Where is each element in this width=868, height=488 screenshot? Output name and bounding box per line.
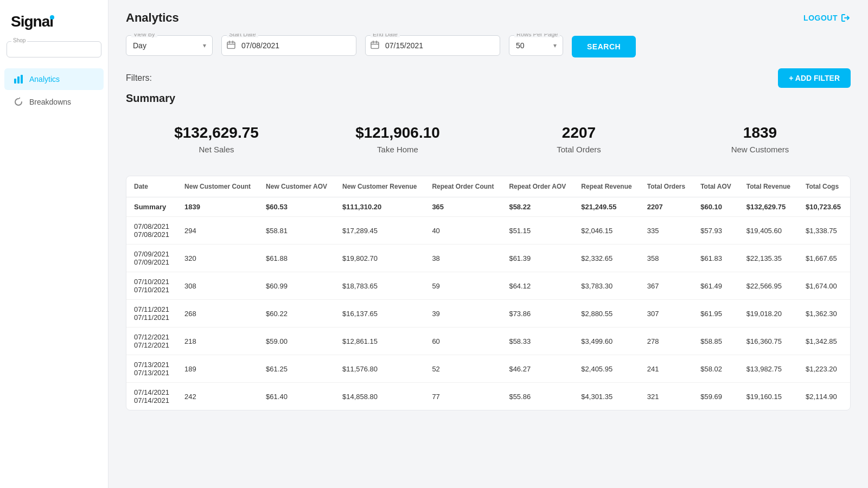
cell-new-customer-count: 1839 bbox=[177, 197, 258, 217]
cell-total-cogs: $1,338.75 bbox=[798, 217, 848, 245]
end-date-label: End Date bbox=[371, 34, 400, 37]
cell-date: 07/10/202107/10/2021 bbox=[126, 272, 177, 300]
logout-label: LOGOUT bbox=[803, 14, 838, 22]
start-date-input[interactable] bbox=[221, 35, 356, 56]
cell-repeat-order-aov: $58.33 bbox=[501, 328, 573, 355]
cell-repeat-order-aov: $51.15 bbox=[501, 217, 573, 245]
table-row: 07/12/202107/12/2021218$59.00$12,861.156… bbox=[126, 328, 851, 355]
content-area: View By Day Week Month Start Date bbox=[108, 34, 868, 488]
cell-total-cogs: $2,114.90 bbox=[798, 383, 848, 410]
search-button[interactable]: SEARCH bbox=[572, 36, 636, 57]
cell-total-cogs: $10,723.65 bbox=[798, 197, 848, 217]
cell-repeat-order-count: 59 bbox=[424, 272, 501, 300]
data-table: Date New Customer Count New Customer AOV… bbox=[126, 176, 851, 410]
col-new-customer-revenue: New Customer Revenue bbox=[335, 176, 424, 197]
cell-new-customer-revenue: $14,858.80 bbox=[335, 383, 424, 410]
cell-total-aov: $61.49 bbox=[693, 272, 739, 300]
cell-new-customer-revenue: $19,802.70 bbox=[335, 245, 424, 272]
start-date-wrapper bbox=[221, 35, 356, 56]
cell-total-orders: 358 bbox=[640, 245, 693, 272]
cell-total-revenue: $16,360.75 bbox=[739, 328, 798, 355]
cell-total-aov: $58.85 bbox=[693, 328, 739, 355]
cell-total-cogs: $1,342.85 bbox=[798, 328, 848, 355]
cell-new-customer-aov: $60.22 bbox=[258, 300, 335, 328]
cell-total-revenue: $13,982.75 bbox=[739, 355, 798, 383]
view-by-select[interactable]: Day Week Month bbox=[126, 35, 213, 56]
cell-take-home-net-revenue: $20,892.95 bbox=[848, 272, 851, 300]
cell-repeat-order-aov: $58.22 bbox=[501, 197, 573, 217]
cell-take-home-net-revenue: $121,906.10 bbox=[848, 197, 851, 217]
cell-total-revenue: $132,629.75 bbox=[739, 197, 798, 217]
cell-new-customer-aov: $61.88 bbox=[258, 245, 335, 272]
svg-rect-0 bbox=[14, 79, 16, 84]
cell-total-aov: $57.93 bbox=[693, 217, 739, 245]
cell-repeat-revenue: $2,332.65 bbox=[573, 245, 639, 272]
sidebar: Signal Shop Analytics Brea bbox=[0, 0, 108, 488]
cell-total-orders: 335 bbox=[640, 217, 693, 245]
cell-repeat-order-count: 52 bbox=[424, 355, 501, 383]
cell-repeat-order-aov: $55.86 bbox=[501, 383, 573, 410]
col-new-customer-aov: New Customer AOV bbox=[258, 176, 335, 197]
cell-total-cogs: $1,667.65 bbox=[798, 245, 848, 272]
end-date-input[interactable] bbox=[365, 35, 500, 56]
cell-take-home-net-revenue: $20,467.70 bbox=[848, 245, 851, 272]
total-orders-label: Total Orders bbox=[493, 145, 665, 154]
cell-total-aov: $61.95 bbox=[693, 300, 739, 328]
cell-total-orders: 2207 bbox=[640, 197, 693, 217]
end-date-wrapper bbox=[365, 35, 500, 56]
cell-repeat-revenue: $2,880.55 bbox=[573, 300, 639, 328]
col-total-revenue: Total Revenue bbox=[739, 176, 798, 197]
cell-new-customer-count: 189 bbox=[177, 355, 258, 383]
cell-total-cogs: $1,674.00 bbox=[798, 272, 848, 300]
cell-date: Summary bbox=[126, 197, 177, 217]
main-content: Analytics LOGOUT View By Day Week Month bbox=[108, 0, 868, 488]
shop-label: Shop bbox=[11, 37, 27, 43]
col-total-cogs: Total Cogs bbox=[798, 176, 848, 197]
svg-rect-4 bbox=[371, 42, 379, 49]
table-row: 07/11/202107/11/2021268$60.22$16,137.653… bbox=[126, 300, 851, 328]
logo-area: Signal bbox=[0, 0, 108, 41]
col-repeat-order-count: Repeat Order Count bbox=[424, 176, 501, 197]
cell-repeat-revenue: $2,046.15 bbox=[573, 217, 639, 245]
analytics-table: Date New Customer Count New Customer AOV… bbox=[126, 176, 851, 410]
cell-new-customer-count: 218 bbox=[177, 328, 258, 355]
cell-repeat-order-aov: $61.39 bbox=[501, 245, 573, 272]
cell-new-customer-count: 268 bbox=[177, 300, 258, 328]
start-date-label: Start Date bbox=[227, 34, 258, 37]
cell-total-revenue: $19,160.15 bbox=[739, 383, 798, 410]
col-repeat-revenue: Repeat Revenue bbox=[573, 176, 639, 197]
cell-total-revenue: $19,405.60 bbox=[739, 217, 798, 245]
cell-new-customer-count: 320 bbox=[177, 245, 258, 272]
cell-date: 07/14/202107/14/2021 bbox=[126, 383, 177, 410]
table-body: Summary1839$60.53$111,310.20365$58.22$21… bbox=[126, 197, 851, 410]
sidebar-item-breakdowns[interactable]: Breakdowns bbox=[4, 91, 104, 113]
cell-take-home-net-revenue: $15,017.90 bbox=[848, 328, 851, 355]
sidebar-item-analytics[interactable]: Analytics bbox=[4, 68, 104, 90]
rows-per-page-group: Rows Per Page 10 25 50 100 bbox=[509, 35, 563, 56]
cell-repeat-revenue: $3,499.60 bbox=[573, 328, 639, 355]
net-sales-label: Net Sales bbox=[130, 145, 303, 154]
summary-card-take-home: $121,906.10 Take Home bbox=[307, 115, 488, 163]
cell-repeat-order-count: 38 bbox=[424, 245, 501, 272]
logout-button[interactable]: LOGOUT bbox=[803, 13, 851, 23]
rows-per-page-select[interactable]: 10 25 50 100 bbox=[509, 35, 563, 56]
table-row: 07/10/202107/10/2021308$60.99$18,783.655… bbox=[126, 272, 851, 300]
add-filter-button[interactable]: + ADD FILTER bbox=[778, 68, 851, 88]
cell-total-aov: $58.02 bbox=[693, 355, 739, 383]
start-date-group: Start Date bbox=[221, 35, 356, 56]
end-date-group: End Date bbox=[365, 35, 500, 56]
cell-total-cogs: $1,223.20 bbox=[798, 355, 848, 383]
cell-repeat-revenue: $3,783.30 bbox=[573, 272, 639, 300]
cell-repeat-revenue: $4,301.35 bbox=[573, 383, 639, 410]
table-header: Date New Customer Count New Customer AOV… bbox=[126, 176, 851, 197]
svg-rect-3 bbox=[227, 42, 235, 49]
cell-total-orders: 307 bbox=[640, 300, 693, 328]
filters-label: Filters: bbox=[126, 73, 152, 83]
view-by-select-wrapper: Day Week Month bbox=[126, 35, 213, 56]
shop-input[interactable] bbox=[12, 46, 95, 54]
action-row: Filters: + ADD FILTER bbox=[126, 68, 851, 88]
cell-repeat-order-count: 40 bbox=[424, 217, 501, 245]
svg-rect-2 bbox=[21, 75, 23, 84]
logout-icon bbox=[841, 13, 851, 23]
cell-total-revenue: $22,135.35 bbox=[739, 245, 798, 272]
